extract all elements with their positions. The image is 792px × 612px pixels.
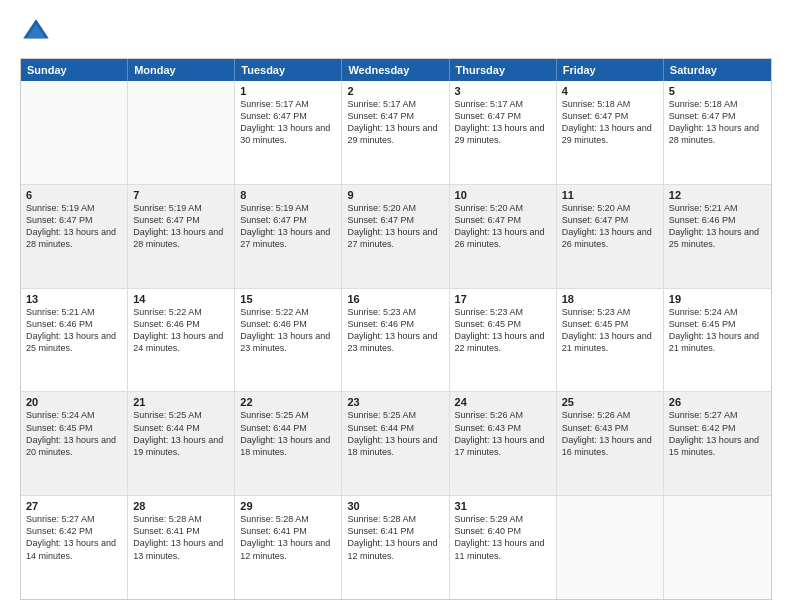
day-header-wednesday: Wednesday bbox=[342, 59, 449, 81]
day-header-friday: Friday bbox=[557, 59, 664, 81]
logo bbox=[20, 16, 56, 48]
day-header-sunday: Sunday bbox=[21, 59, 128, 81]
day-number: 13 bbox=[26, 293, 122, 305]
day-info: Sunrise: 5:23 AM Sunset: 6:45 PM Dayligh… bbox=[562, 306, 658, 355]
day-cell-29: 29Sunrise: 5:28 AM Sunset: 6:41 PM Dayli… bbox=[235, 496, 342, 599]
day-number: 11 bbox=[562, 189, 658, 201]
day-info: Sunrise: 5:22 AM Sunset: 6:46 PM Dayligh… bbox=[133, 306, 229, 355]
week-row-1: 1Sunrise: 5:17 AM Sunset: 6:47 PM Daylig… bbox=[21, 81, 771, 184]
day-header-tuesday: Tuesday bbox=[235, 59, 342, 81]
day-cell-15: 15Sunrise: 5:22 AM Sunset: 6:46 PM Dayli… bbox=[235, 289, 342, 392]
day-cell-27: 27Sunrise: 5:27 AM Sunset: 6:42 PM Dayli… bbox=[21, 496, 128, 599]
day-number: 31 bbox=[455, 500, 551, 512]
day-number: 8 bbox=[240, 189, 336, 201]
day-info: Sunrise: 5:19 AM Sunset: 6:47 PM Dayligh… bbox=[240, 202, 336, 251]
day-info: Sunrise: 5:29 AM Sunset: 6:40 PM Dayligh… bbox=[455, 513, 551, 562]
day-info: Sunrise: 5:27 AM Sunset: 6:42 PM Dayligh… bbox=[26, 513, 122, 562]
day-number: 17 bbox=[455, 293, 551, 305]
day-number: 7 bbox=[133, 189, 229, 201]
day-info: Sunrise: 5:26 AM Sunset: 6:43 PM Dayligh… bbox=[455, 409, 551, 458]
day-cell-2: 2Sunrise: 5:17 AM Sunset: 6:47 PM Daylig… bbox=[342, 81, 449, 184]
day-number: 22 bbox=[240, 396, 336, 408]
day-cell-3: 3Sunrise: 5:17 AM Sunset: 6:47 PM Daylig… bbox=[450, 81, 557, 184]
calendar: SundayMondayTuesdayWednesdayThursdayFrid… bbox=[20, 58, 772, 600]
day-cell-6: 6Sunrise: 5:19 AM Sunset: 6:47 PM Daylig… bbox=[21, 185, 128, 288]
day-number: 23 bbox=[347, 396, 443, 408]
day-number: 30 bbox=[347, 500, 443, 512]
week-row-3: 13Sunrise: 5:21 AM Sunset: 6:46 PM Dayli… bbox=[21, 288, 771, 392]
day-cell-26: 26Sunrise: 5:27 AM Sunset: 6:42 PM Dayli… bbox=[664, 392, 771, 495]
day-number: 18 bbox=[562, 293, 658, 305]
day-info: Sunrise: 5:24 AM Sunset: 6:45 PM Dayligh… bbox=[669, 306, 766, 355]
day-info: Sunrise: 5:17 AM Sunset: 6:47 PM Dayligh… bbox=[455, 98, 551, 147]
day-number: 25 bbox=[562, 396, 658, 408]
page: SundayMondayTuesdayWednesdayThursdayFrid… bbox=[0, 0, 792, 612]
day-info: Sunrise: 5:21 AM Sunset: 6:46 PM Dayligh… bbox=[669, 202, 766, 251]
day-number: 6 bbox=[26, 189, 122, 201]
day-number: 9 bbox=[347, 189, 443, 201]
day-info: Sunrise: 5:20 AM Sunset: 6:47 PM Dayligh… bbox=[347, 202, 443, 251]
day-number: 1 bbox=[240, 85, 336, 97]
week-row-4: 20Sunrise: 5:24 AM Sunset: 6:45 PM Dayli… bbox=[21, 391, 771, 495]
day-cell-16: 16Sunrise: 5:23 AM Sunset: 6:46 PM Dayli… bbox=[342, 289, 449, 392]
day-header-thursday: Thursday bbox=[450, 59, 557, 81]
day-cell-28: 28Sunrise: 5:28 AM Sunset: 6:41 PM Dayli… bbox=[128, 496, 235, 599]
day-number: 12 bbox=[669, 189, 766, 201]
day-info: Sunrise: 5:25 AM Sunset: 6:44 PM Dayligh… bbox=[133, 409, 229, 458]
day-info: Sunrise: 5:25 AM Sunset: 6:44 PM Dayligh… bbox=[240, 409, 336, 458]
empty-cell bbox=[664, 496, 771, 599]
day-cell-7: 7Sunrise: 5:19 AM Sunset: 6:47 PM Daylig… bbox=[128, 185, 235, 288]
day-cell-19: 19Sunrise: 5:24 AM Sunset: 6:45 PM Dayli… bbox=[664, 289, 771, 392]
calendar-header: SundayMondayTuesdayWednesdayThursdayFrid… bbox=[21, 59, 771, 81]
day-number: 24 bbox=[455, 396, 551, 408]
day-info: Sunrise: 5:17 AM Sunset: 6:47 PM Dayligh… bbox=[347, 98, 443, 147]
day-cell-12: 12Sunrise: 5:21 AM Sunset: 6:46 PM Dayli… bbox=[664, 185, 771, 288]
day-number: 19 bbox=[669, 293, 766, 305]
calendar-body: 1Sunrise: 5:17 AM Sunset: 6:47 PM Daylig… bbox=[21, 81, 771, 599]
day-cell-22: 22Sunrise: 5:25 AM Sunset: 6:44 PM Dayli… bbox=[235, 392, 342, 495]
day-number: 15 bbox=[240, 293, 336, 305]
week-row-2: 6Sunrise: 5:19 AM Sunset: 6:47 PM Daylig… bbox=[21, 184, 771, 288]
day-cell-30: 30Sunrise: 5:28 AM Sunset: 6:41 PM Dayli… bbox=[342, 496, 449, 599]
logo-icon bbox=[20, 16, 52, 48]
day-cell-5: 5Sunrise: 5:18 AM Sunset: 6:47 PM Daylig… bbox=[664, 81, 771, 184]
day-cell-17: 17Sunrise: 5:23 AM Sunset: 6:45 PM Dayli… bbox=[450, 289, 557, 392]
day-number: 16 bbox=[347, 293, 443, 305]
day-number: 4 bbox=[562, 85, 658, 97]
day-info: Sunrise: 5:19 AM Sunset: 6:47 PM Dayligh… bbox=[26, 202, 122, 251]
day-number: 21 bbox=[133, 396, 229, 408]
day-info: Sunrise: 5:23 AM Sunset: 6:46 PM Dayligh… bbox=[347, 306, 443, 355]
day-number: 10 bbox=[455, 189, 551, 201]
day-cell-9: 9Sunrise: 5:20 AM Sunset: 6:47 PM Daylig… bbox=[342, 185, 449, 288]
day-cell-31: 31Sunrise: 5:29 AM Sunset: 6:40 PM Dayli… bbox=[450, 496, 557, 599]
day-cell-18: 18Sunrise: 5:23 AM Sunset: 6:45 PM Dayli… bbox=[557, 289, 664, 392]
day-cell-4: 4Sunrise: 5:18 AM Sunset: 6:47 PM Daylig… bbox=[557, 81, 664, 184]
day-info: Sunrise: 5:24 AM Sunset: 6:45 PM Dayligh… bbox=[26, 409, 122, 458]
day-info: Sunrise: 5:20 AM Sunset: 6:47 PM Dayligh… bbox=[455, 202, 551, 251]
day-cell-25: 25Sunrise: 5:26 AM Sunset: 6:43 PM Dayli… bbox=[557, 392, 664, 495]
day-info: Sunrise: 5:23 AM Sunset: 6:45 PM Dayligh… bbox=[455, 306, 551, 355]
empty-cell bbox=[21, 81, 128, 184]
day-cell-11: 11Sunrise: 5:20 AM Sunset: 6:47 PM Dayli… bbox=[557, 185, 664, 288]
day-cell-1: 1Sunrise: 5:17 AM Sunset: 6:47 PM Daylig… bbox=[235, 81, 342, 184]
day-number: 26 bbox=[669, 396, 766, 408]
empty-cell bbox=[128, 81, 235, 184]
day-number: 29 bbox=[240, 500, 336, 512]
day-number: 20 bbox=[26, 396, 122, 408]
day-cell-14: 14Sunrise: 5:22 AM Sunset: 6:46 PM Dayli… bbox=[128, 289, 235, 392]
day-number: 28 bbox=[133, 500, 229, 512]
day-info: Sunrise: 5:28 AM Sunset: 6:41 PM Dayligh… bbox=[347, 513, 443, 562]
day-number: 3 bbox=[455, 85, 551, 97]
day-info: Sunrise: 5:28 AM Sunset: 6:41 PM Dayligh… bbox=[133, 513, 229, 562]
day-cell-20: 20Sunrise: 5:24 AM Sunset: 6:45 PM Dayli… bbox=[21, 392, 128, 495]
day-cell-10: 10Sunrise: 5:20 AM Sunset: 6:47 PM Dayli… bbox=[450, 185, 557, 288]
day-number: 14 bbox=[133, 293, 229, 305]
day-info: Sunrise: 5:28 AM Sunset: 6:41 PM Dayligh… bbox=[240, 513, 336, 562]
day-number: 5 bbox=[669, 85, 766, 97]
day-cell-24: 24Sunrise: 5:26 AM Sunset: 6:43 PM Dayli… bbox=[450, 392, 557, 495]
day-info: Sunrise: 5:22 AM Sunset: 6:46 PM Dayligh… bbox=[240, 306, 336, 355]
header bbox=[20, 16, 772, 48]
day-info: Sunrise: 5:26 AM Sunset: 6:43 PM Dayligh… bbox=[562, 409, 658, 458]
day-info: Sunrise: 5:19 AM Sunset: 6:47 PM Dayligh… bbox=[133, 202, 229, 251]
week-row-5: 27Sunrise: 5:27 AM Sunset: 6:42 PM Dayli… bbox=[21, 495, 771, 599]
